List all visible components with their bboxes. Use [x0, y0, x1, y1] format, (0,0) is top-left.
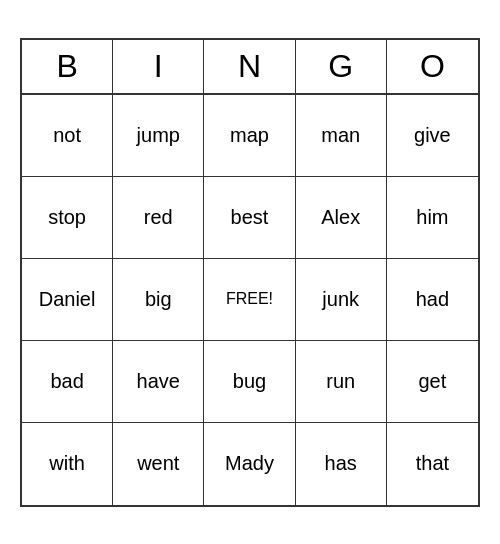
cell-1-0[interactable]: stop — [22, 177, 113, 259]
cell-2-3[interactable]: junk — [296, 259, 387, 341]
bingo-header: BINGO — [22, 40, 478, 95]
header-letter: N — [204, 40, 295, 93]
cell-4-0[interactable]: with — [22, 423, 113, 505]
cell-1-1[interactable]: red — [113, 177, 204, 259]
header-letter: B — [22, 40, 113, 93]
cell-0-2[interactable]: map — [204, 95, 295, 177]
cell-0-3[interactable]: man — [296, 95, 387, 177]
cell-0-0[interactable]: not — [22, 95, 113, 177]
cell-1-3[interactable]: Alex — [296, 177, 387, 259]
header-letter: G — [296, 40, 387, 93]
header-letter: I — [113, 40, 204, 93]
bingo-grid: notjumpmapmangivestopredbestAlexhimDanie… — [22, 95, 478, 505]
cell-3-4[interactable]: get — [387, 341, 478, 423]
header-letter: O — [387, 40, 478, 93]
cell-3-3[interactable]: run — [296, 341, 387, 423]
cell-1-4[interactable]: him — [387, 177, 478, 259]
cell-3-0[interactable]: bad — [22, 341, 113, 423]
cell-2-4[interactable]: had — [387, 259, 478, 341]
cell-4-2[interactable]: Mady — [204, 423, 295, 505]
cell-4-1[interactable]: went — [113, 423, 204, 505]
cell-2-1[interactable]: big — [113, 259, 204, 341]
cell-3-2[interactable]: bug — [204, 341, 295, 423]
cell-1-2[interactable]: best — [204, 177, 295, 259]
bingo-card: BINGO notjumpmapmangivestopredbestAlexhi… — [20, 38, 480, 507]
cell-4-4[interactable]: that — [387, 423, 478, 505]
cell-2-2[interactable]: FREE! — [204, 259, 295, 341]
cell-3-1[interactable]: have — [113, 341, 204, 423]
cell-4-3[interactable]: has — [296, 423, 387, 505]
cell-0-1[interactable]: jump — [113, 95, 204, 177]
cell-0-4[interactable]: give — [387, 95, 478, 177]
cell-2-0[interactable]: Daniel — [22, 259, 113, 341]
